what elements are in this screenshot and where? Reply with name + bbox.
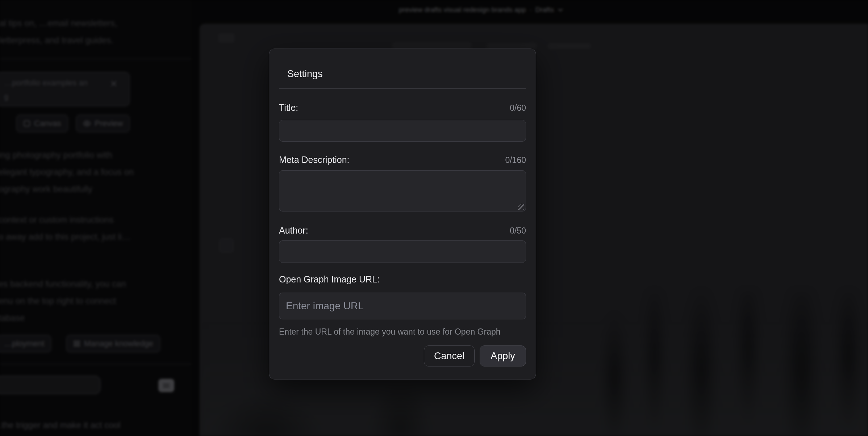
author-field-row: Author: 0/50 <box>279 225 526 236</box>
og-helper-text: Enter the URL of the image you want to u… <box>279 327 526 337</box>
og-image-url-input[interactable] <box>279 293 526 319</box>
author-char-counter: 0/50 <box>510 226 526 236</box>
app-root: { "topbar": { "project_name": "preview d… <box>0 0 868 436</box>
modal-actions: Cancel Apply <box>279 345 526 366</box>
modal-body: Title: 0/60 Meta Description: 0/160 Auth… <box>269 102 536 366</box>
modal-title: Settings <box>269 49 536 80</box>
meta-field-row: Meta Description: 0/160 <box>279 154 526 165</box>
meta-description-textarea[interactable] <box>279 170 526 211</box>
og-field-row: Open Graph Image URL: <box>279 274 526 285</box>
settings-modal: Settings Title: 0/60 Meta Description: 0… <box>269 49 536 380</box>
apply-button[interactable]: Apply <box>480 345 526 366</box>
cancel-button[interactable]: Cancel <box>424 345 475 366</box>
modal-divider <box>279 88 526 89</box>
og-image-url-label: Open Graph Image URL: <box>279 274 380 285</box>
title-field-row: Title: 0/60 <box>279 102 526 113</box>
title-label: Title: <box>279 102 298 113</box>
author-input[interactable] <box>279 240 526 263</box>
meta-description-label: Meta Description: <box>279 154 350 165</box>
title-input[interactable] <box>279 120 526 142</box>
meta-textarea-wrap <box>279 170 526 211</box>
title-char-counter: 0/60 <box>510 103 526 113</box>
meta-char-counter: 0/160 <box>505 155 526 165</box>
author-label: Author: <box>279 225 308 236</box>
